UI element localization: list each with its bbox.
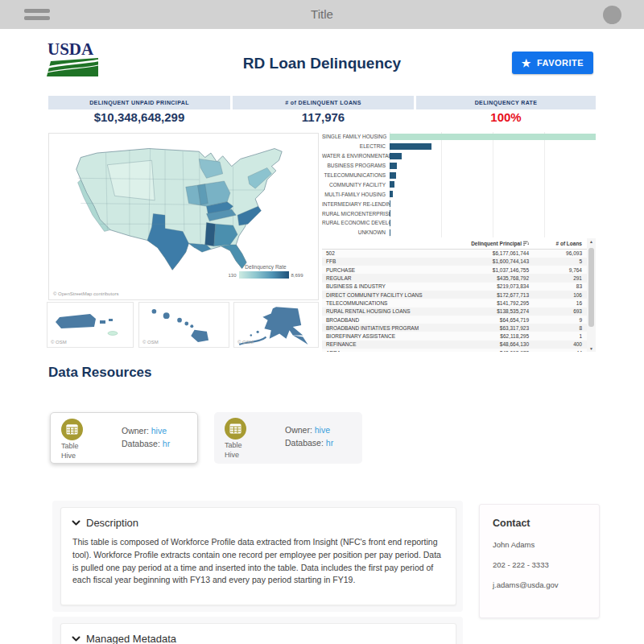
bar-row[interactable]: INTERMEDIARY RE-LENDING .. [322,199,596,208]
metadata-header[interactable]: Managed Metadata [61,624,456,644]
scrollbar-thumb[interactable] [588,248,594,327]
table-row[interactable]: RURAL RENTAL HOUSING LOANS$138,535,27469… [322,308,596,316]
bar[interactable] [390,153,402,159]
bar-track [390,208,596,218]
bar-row[interactable]: ELECTRIC [322,142,596,151]
bar-category-label: WATER & ENVIRONMENTAL P.. [322,153,390,159]
contact-phone: 202 - 222 - 3333 [480,549,599,569]
bar-row[interactable]: RURAL MICROENTERPRISE [322,208,596,218]
kpi-header-loans: # of DELINQUENT LOANS [233,96,414,109]
table-row[interactable]: REFINANCE$48,664,130400 [322,341,596,349]
resource-type-label: Table [225,441,242,449]
table-header-principal[interactable]: Delinquent Principal [439,241,529,246]
bar[interactable] [390,181,394,188]
table-row[interactable]: PURCHASE$1,037,146,7559,764 [322,266,596,274]
table-row[interactable]: TELECOMMUNICATIONS$141,792,29516 [322,299,596,307]
table-cell-loans: 5 [529,258,582,264]
table-row[interactable]: BUSINESS & INDUSTRY$219,073,83483 [322,283,596,291]
resource-card[interactable]: Table Hive Owner: hive Database: hr [214,412,362,464]
table-scrollbar[interactable]: ▲ ▼ [587,238,596,352]
table-cell-loans: 693 [529,308,582,314]
table-cell-loans: 8 [529,325,582,331]
description-header[interactable]: Description [61,508,456,529]
table-row[interactable]: BIOREFINARY ASSISTANCE$62,118,2951 [322,332,596,340]
bar[interactable] [390,143,431,150]
bar-category-label: RURAL MICROENTERPRISE [322,211,390,217]
table-row[interactable]: ARRA$43,093,97844 [322,349,596,352]
table-cell-principal: $1,037,146,755 [439,267,529,273]
bar[interactable] [390,134,596,140]
table-cell-loans: 16 [529,300,582,306]
table-cell-principal: $48,664,130 [439,341,529,347]
table-header-loans[interactable]: # of Loans [529,241,582,246]
bar-track [390,171,596,180]
resource-type-label: Table [61,442,79,450]
table-cell-principal: $141,792,295 [439,300,529,306]
legend-max: 8,699 [291,273,303,278]
resource-card[interactable]: Table Hive Owner: hive Database: hr [50,412,198,464]
scroll-down-icon[interactable]: ▼ [587,346,596,351]
table-cell-loans: 400 [529,341,582,347]
table-cell-program: BUSINESS & INDUSTRY [326,283,439,289]
kpi-header-principal: DELINQUENT UNPAID PRINCIPAL [48,96,230,109]
chevron-down-icon [72,636,80,642]
us-map-panel[interactable]: Delinquency Rate 130 8,699 © OpenStreetM… [48,133,319,300]
bar-track [390,199,596,208]
bar-row[interactable]: SINGLE FAMILY HOUSING [322,132,596,142]
table-cell-program: RURAL RENTAL HOUSING LOANS [326,308,439,314]
kpi-value-rate: 100% [416,110,596,124]
scroll-up-icon[interactable]: ▲ [587,239,596,244]
alaska-shape [239,307,308,345]
owner-link[interactable]: hive [315,425,330,435]
bar[interactable] [390,172,396,179]
database-label: Database: [122,439,160,448]
bar-row[interactable]: TELECOMMUNICATIONS [322,171,596,180]
table-cell-loans: 9 [529,317,582,323]
inset-map-hawaii[interactable]: © OSM [138,302,229,348]
table-row[interactable]: BROADBAND INITIATIVES PROGRAM$63,317,923… [322,324,596,332]
bar[interactable] [390,220,390,226]
table-row[interactable]: REGULAR$435,768,792291 [322,274,596,282]
bar[interactable] [390,191,393,197]
table-cell-loans: 291 [529,275,582,281]
database-link[interactable]: hr [326,438,333,448]
bar-track [390,161,596,171]
table-cell-program: REGULAR [326,275,439,281]
owner-link[interactable]: hive [151,426,167,436]
bar-row[interactable]: COMMUNITY FACILITY [322,180,596,189]
bar-row[interactable]: WATER & ENVIRONMENTAL P.. [322,151,596,161]
bar[interactable] [390,210,390,217]
state-mississippi [205,222,216,246]
bar[interactable] [390,200,390,207]
legend-min: 130 [228,273,236,278]
table-row[interactable]: 502$6,177,061,74496,093 [322,250,596,258]
table-header-row: Delinquent Principal # of Loans [322,238,596,250]
bar-row[interactable]: UNKNOWN [322,228,596,237]
inset-map-puerto-rico[interactable]: © OSM [47,302,134,348]
kpi-header-rate: DELINQUENCY RATE [416,96,596,109]
resource-platform-label: Hive [225,451,239,459]
contact-email[interactable]: j.adams@usda.gov [480,569,599,589]
table-row[interactable]: BROADBAND$64,654,7199 [322,316,596,324]
table-row[interactable]: DIRECT COMMUNITY FACILITY LOANS$172,677,… [322,291,596,299]
favorite-button[interactable]: ★ FAVORITE [512,52,593,74]
table-cell-program: ARRA [326,350,439,352]
table-cell-principal: $172,677,713 [439,292,529,298]
kpi-value-loans: 117,976 [233,110,414,124]
bar-category-label: ELECTRIC [322,143,390,149]
bar[interactable] [390,163,397,169]
table-row[interactable]: FFB$1,600,744,1435 [322,258,596,266]
bar-row[interactable]: BUSINESS PROGRAMS [322,161,596,171]
sort-descending-icon[interactable] [523,241,529,246]
description-body: This table is composed of Workforce Prof… [61,529,456,587]
bar-track [390,151,596,161]
us-choropleth-map[interactable] [49,135,318,272]
inset-map-alaska[interactable]: © OSM [233,302,319,348]
inset-attribution: © OSM [237,340,254,345]
database-link[interactable]: hr [163,439,170,448]
avatar[interactable] [603,6,621,24]
map-legend: Delinquency Rate 130 8,699 [221,264,310,279]
bar-row[interactable]: RURAL ECONOMIC DEVELOP.. [322,218,596,228]
bar-row[interactable]: MULTI-FAMILY HOUSING [322,189,596,199]
table-cell-program: PURCHASE [326,267,439,273]
